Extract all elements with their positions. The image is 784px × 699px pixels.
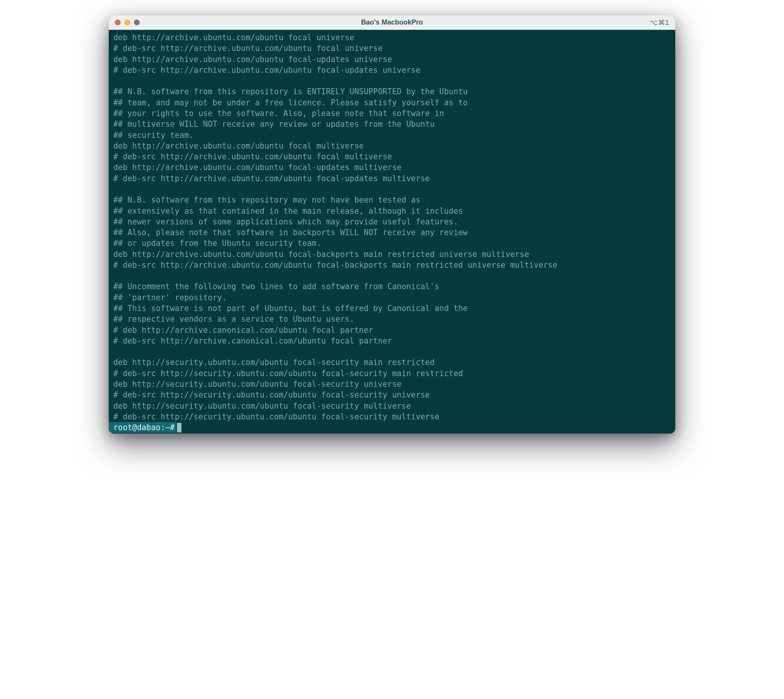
terminal-line: # deb-src http://archive.ubuntu.com/ubun… bbox=[109, 173, 675, 184]
terminal-line: # deb-src http://security.ubuntu.com/ubu… bbox=[109, 389, 675, 400]
terminal-line: ## This software is not part of Ubuntu, … bbox=[109, 303, 675, 314]
terminal-line: deb http://archive.ubuntu.com/ubuntu foc… bbox=[109, 32, 675, 43]
terminal-line: ## Also, please note that software in ba… bbox=[109, 227, 675, 238]
terminal-line: ## respective vendors as a service to Ub… bbox=[109, 314, 675, 325]
terminal-line: # deb-src http://security.ubuntu.com/ubu… bbox=[109, 411, 675, 422]
prompt-line[interactable]: root@dabao:~# bbox=[109, 422, 675, 433]
terminal-line bbox=[109, 75, 675, 86]
terminal-line: ## N.B. software from this repository is… bbox=[109, 86, 675, 97]
titlebar: Bao's MacbookPro ⌥⌘1 bbox=[109, 15, 675, 30]
terminal-line: # deb-src http://archive.canonical.com/u… bbox=[109, 336, 675, 346]
terminal-line: ## N.B. software from this repository ma… bbox=[109, 195, 675, 205]
terminal-line bbox=[109, 270, 675, 281]
window-shortcut-indicator: ⌥⌘1 bbox=[650, 18, 669, 27]
maximize-button[interactable] bbox=[134, 20, 140, 25]
terminal-line: ## or updates from the Ubuntu security t… bbox=[109, 238, 675, 248]
close-button[interactable] bbox=[115, 20, 121, 25]
terminal-line: # deb-src http://security.ubuntu.com/ubu… bbox=[109, 368, 675, 379]
terminal-line bbox=[109, 184, 675, 195]
terminal-line bbox=[109, 346, 675, 357]
terminal-line: # deb-src http://archive.ubuntu.com/ubun… bbox=[109, 151, 675, 162]
terminal-line: ## security team. bbox=[109, 130, 675, 141]
terminal-line: deb http://archive.ubuntu.com/ubuntu foc… bbox=[109, 141, 675, 151]
shell-prompt: root@dabao:~# bbox=[109, 422, 176, 433]
terminal-window: Bao's MacbookPro ⌥⌘1 deb http://archive.… bbox=[109, 15, 675, 434]
terminal-line: # deb-src http://archive.ubuntu.com/ubun… bbox=[109, 260, 675, 270]
terminal-line: deb http://archive.ubuntu.com/ubuntu foc… bbox=[109, 249, 675, 260]
terminal-line: ## Uncomment the following two lines to … bbox=[109, 281, 675, 292]
terminal-line: ## extensively as that contained in the … bbox=[109, 206, 675, 216]
traffic-lights bbox=[115, 20, 140, 25]
terminal-line: # deb-src http://archive.ubuntu.com/ubun… bbox=[109, 65, 675, 75]
terminal-line: deb http://archive.ubuntu.com/ubuntu foc… bbox=[109, 54, 675, 65]
minimize-button[interactable] bbox=[124, 20, 130, 25]
terminal-line: deb http://security.ubuntu.com/ubuntu fo… bbox=[109, 357, 675, 368]
terminal-line: deb http://security.ubuntu.com/ubuntu fo… bbox=[109, 379, 675, 389]
terminal-line: # deb http://archive.canonical.com/ubunt… bbox=[109, 325, 675, 336]
terminal-line: # deb-src http://archive.ubuntu.com/ubun… bbox=[109, 43, 675, 54]
terminal-line: ## newer versions of some applications w… bbox=[109, 216, 675, 227]
cursor bbox=[177, 423, 182, 432]
terminal-line: ## multiverse WILL NOT receive any revie… bbox=[109, 119, 675, 129]
terminal-line: ## team, and may not be under a free lic… bbox=[109, 97, 675, 108]
terminal-line: ## your rights to use the software. Also… bbox=[109, 108, 675, 119]
window-title: Bao's MacbookPro bbox=[361, 18, 423, 27]
terminal-line: ## 'partner' repository. bbox=[109, 292, 675, 303]
terminal-body[interactable]: deb http://archive.ubuntu.com/ubuntu foc… bbox=[109, 30, 675, 434]
terminal-line: deb http://archive.ubuntu.com/ubuntu foc… bbox=[109, 162, 675, 173]
terminal-line: deb http://security.ubuntu.com/ubuntu fo… bbox=[109, 401, 675, 411]
